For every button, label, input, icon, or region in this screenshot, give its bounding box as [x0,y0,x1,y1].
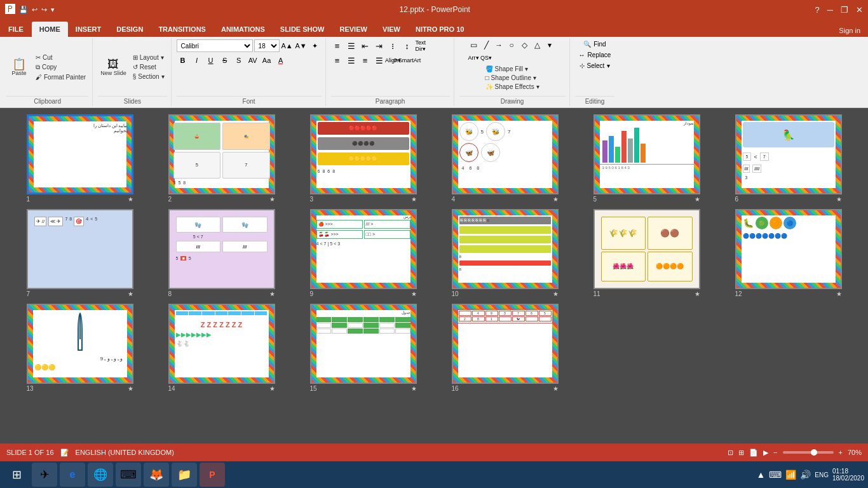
reset-button[interactable]: ↺ Reset [130,63,167,71]
slide-thumb-6[interactable]: 🦜 5 < 7 /// //// 3 6 ★ [721,114,855,204]
normal-view-icon[interactable]: ⊡ [728,449,733,457]
find-button[interactable]: 🔍 Find [580,39,609,49]
taskbar-telegram[interactable]: ✈ [32,463,57,487]
tray-volume-icon[interactable]: 🔊 [800,470,811,480]
replace-button[interactable]: ↔ Replace [575,50,615,60]
columns-button[interactable]: ⫶ [387,39,400,52]
tab-view[interactable]: VIEW [375,22,408,37]
italic-button[interactable]: I [191,54,203,67]
slide-thumb-5[interactable]: نمودار 3 9 5 0 6 1 8 4 3 5 ★ [580,114,714,204]
decrease-indent-button[interactable]: ⇤ [359,39,372,52]
sign-in-link[interactable]: Sign in [831,24,868,37]
shape-fill-button[interactable]: 🪣 Shape Fill ▾ [483,65,542,73]
clear-format-button[interactable]: ✦ [309,39,322,52]
minimize-icon[interactable]: ─ [827,5,833,15]
slide-thumb-8[interactable]: 🧤 🧤 5 < 7 /// /// 5■5 8 ★ [154,209,288,299]
taskbar-ie[interactable]: e [60,463,85,487]
tab-animations[interactable]: ANIMATIONS [214,22,273,37]
zoom-slider[interactable] [783,451,834,454]
zoom-level[interactable]: 70% [848,449,862,456]
text-direction-button[interactable]: Text Dir▾ [415,39,428,52]
zoom-out-icon[interactable]: − [773,449,777,456]
copy-button[interactable]: ⧉ Copy [33,63,88,72]
increase-font-button[interactable]: A▲ [281,39,294,52]
tab-review[interactable]: REVIEW [332,22,374,37]
shadow-button[interactable]: S [233,54,245,67]
save-icon[interactable]: 💾 [19,6,28,14]
shape-outline-button[interactable]: □ Shape Outline ▾ [483,74,542,82]
slide-thumb-1[interactable]: بیایید این داستان را بخوانیم 1 ★ [13,114,147,204]
font-name-select[interactable]: Calibri [177,39,253,52]
slide-thumb-11[interactable]: 🌾🌾🌾 🟤🟤 🌺🌺🌺 🟠🟠🟠🟠 11 ★ [580,209,714,299]
paste-button[interactable]: 📋 Paste [6,57,32,78]
layout-button[interactable]: ⊞ Layout▾ [130,53,167,62]
bold-button[interactable]: B [177,54,189,67]
select-button[interactable]: ⊹ Select ▾ [576,61,614,71]
undo-icon[interactable]: ↩ [32,6,37,14]
slide-thumb-4[interactable]: 🐝 5 🐝 7 🦋 🦋 468 [438,114,572,204]
start-button[interactable]: ⊞ [4,463,29,487]
tab-design[interactable]: DESIGN [109,22,151,37]
quick-styles-button[interactable]: QS▾ [480,52,492,64]
align-right-button[interactable]: ≡ [359,54,372,67]
font-color-button[interactable]: A [275,54,287,67]
restore-icon[interactable]: ❐ [841,5,848,15]
align-left-button[interactable]: ≡ [331,54,344,67]
notes-icon[interactable]: 📝 [60,449,69,457]
new-slide-button[interactable]: 🖼 New Slide [98,57,129,78]
section-button[interactable]: § Section▾ [130,72,167,81]
align-center-button[interactable]: ☰ [345,54,358,67]
slide-thumb-9[interactable]: درس 🍎 >>> /// > 🍒🍒 >>> □□ > 4<7|5<3 9 ★ [296,209,430,299]
arrow-shape-icon[interactable]: → [493,39,505,51]
numbering-button[interactable]: ☰ [345,39,358,52]
tab-slideshow[interactable]: SLIDE SHOW [273,22,332,37]
char-spacing-button[interactable]: AV [247,54,259,67]
diamond-shape-icon[interactable]: ◇ [519,39,530,51]
help-icon[interactable]: ? [815,5,820,15]
close-icon[interactable]: ✕ [856,5,863,15]
decrease-font-button[interactable]: A▼ [295,39,308,52]
slide-thumb-14[interactable]: Z Z Z Z Z Z Z ▶▶▶▶▶▶▶ 🐇🐇 14 ★ [154,304,288,393]
slide-thumb-3[interactable]: 🔴🔴🔴🔴🔴 ⚫⚫⚫⚫ 🟡🟡🟡🟡🟡 6868 [296,114,430,204]
rect-shape-icon[interactable]: ▭ [468,39,479,51]
taskbar-firefox[interactable]: 🦊 [144,463,169,487]
cut-button[interactable]: ✂ Cut [33,53,88,62]
slide-thumb-10[interactable]: ⛓⛓⛓⛓⛓⛓⛓ 6 8 8 10 ★ [438,209,572,299]
increase-indent-button[interactable]: ⇥ [373,39,386,52]
slide-thumb-2[interactable]: 🎪 🎭 5 7 358 2 ★ [154,114,288,204]
slide-thumb-15[interactable]: جدول [296,304,430,393]
justify-button[interactable]: ☰ [373,54,386,67]
format-painter-button[interactable]: 🖌 Format Painter [33,73,88,81]
slide-thumb-16[interactable]: 4 9 3 7 6 5 2 8 1 🐿 [438,304,572,393]
slide-thumb-12[interactable]: 🐛 🟢 🟠 🔵 🔵🔵🔵🔵🔵🔵🔵 12 ★ [721,209,855,299]
bullets-button[interactable]: ≡ [331,39,344,52]
taskbar-keyboard[interactable]: ⌨ [116,463,141,487]
taskbar-files[interactable]: 📁 [172,463,197,487]
zoom-in-icon[interactable]: + [839,449,843,456]
change-case-button[interactable]: Aa [261,54,273,67]
strikethrough-button[interactable]: S [219,54,231,67]
tab-file[interactable]: FILE [0,22,32,37]
tab-home[interactable]: HOME [32,22,68,37]
tray-notifications-icon[interactable]: ▲ [756,470,765,480]
line-shape-icon[interactable]: ╱ [480,39,492,51]
slide-thumb-13[interactable]: و ـ و ـ و ـ 9 🟡🟡🟡 13 ★ [13,304,147,393]
more-shapes-icon[interactable]: ▾ [544,39,555,51]
tray-network-icon[interactable]: 📶 [785,470,796,480]
reading-view-icon[interactable]: 📄 [749,449,758,457]
shape-effects-button[interactable]: ✨ Shape Effects ▾ [483,83,542,91]
redo-icon[interactable]: ↪ [41,6,47,14]
oval-shape-icon[interactable]: ○ [506,39,517,51]
tab-transitions[interactable]: TRANSITIONS [151,22,214,37]
tab-insert[interactable]: INSERT [68,22,109,37]
taskbar-powerpoint[interactable]: P [200,463,225,487]
triangle-shape-icon[interactable]: △ [531,39,543,51]
taskbar-browser[interactable]: 🌐 [88,463,113,487]
arrange-button[interactable]: Arr▾ [468,52,479,64]
smartart-button[interactable]: ⟳SmartArt [401,54,414,67]
tab-nitro[interactable]: NITRO PRO 10 [408,22,471,37]
underline-button[interactable]: U [205,54,217,67]
slide-show-icon[interactable]: ▶ [763,449,768,457]
line-spacing-button[interactable]: ↕ [401,39,414,52]
slide-sorter-icon[interactable]: ⊞ [738,449,744,457]
